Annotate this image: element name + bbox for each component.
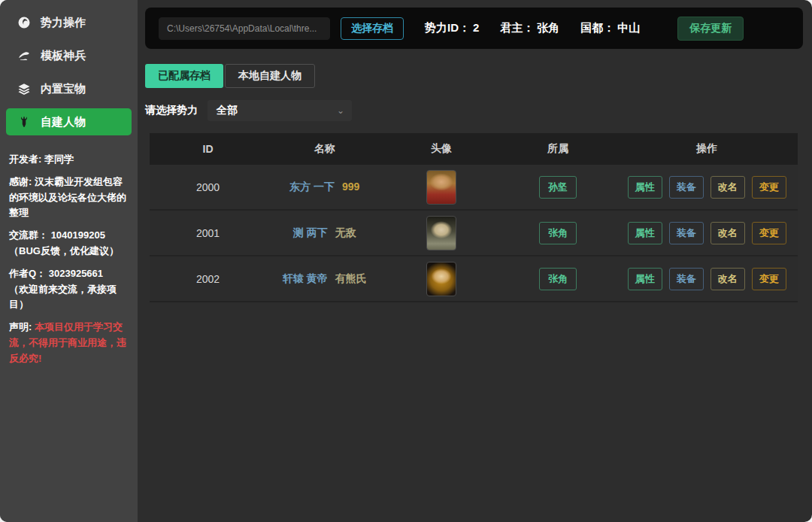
row-id: 2000: [150, 181, 266, 193]
attributes-button[interactable]: 属性: [628, 268, 662, 290]
sidebar-info: 开发者: 李同学 感谢: 汉末霸业开发组包容的环境以及论坛各位大佬的整理 交流群…: [0, 141, 138, 367]
developer-name: 李同学: [44, 153, 74, 165]
qq-group-number: 1040199205: [51, 229, 105, 241]
table-row: 2000 东方 一下999 孙坚 属性 装备 改名 变更: [150, 165, 798, 211]
tab-local-custom-characters[interactable]: 本地自建人物: [225, 64, 315, 88]
chevron-down-icon: ⌄: [337, 105, 344, 116]
sidebar-item-label: 内置宝物: [41, 82, 86, 96]
author-line: 作者Q： 3023925661 （欢迎前来交流，承接项目）: [9, 266, 129, 313]
row-id: 2001: [150, 227, 266, 239]
thanks-label: 感谢:: [9, 176, 32, 187]
equipment-button[interactable]: 装备: [669, 268, 704, 290]
tabs: 已配属存档 本地自建人物: [145, 64, 812, 88]
equipment-button[interactable]: 装备: [669, 176, 704, 199]
capital-value: 中山: [617, 21, 640, 34]
row-faction-cell: 张角: [499, 222, 616, 244]
sidebar-item-label: 模板神兵: [41, 49, 86, 63]
choose-save-button[interactable]: 选择存档: [341, 17, 404, 40]
row-actions: 属性 装备 改名 变更: [617, 268, 798, 290]
row-name: 轩辕 黄帝有熊氏: [266, 272, 383, 286]
disclaimer-label: 声明:: [9, 321, 32, 332]
developer-label: 开发者:: [9, 153, 41, 165]
faction-tag: 孙坚: [539, 176, 577, 199]
faction-filter-row: 请选择势力 全部 ⌄: [145, 100, 812, 121]
row-avatar-cell: [383, 170, 499, 205]
builtin-treasure-icon: [17, 81, 32, 96]
faction-id-value: 2: [473, 21, 479, 34]
template-weapon-icon: [17, 48, 32, 63]
avatar: [426, 170, 456, 205]
row-avatar-cell: [383, 262, 499, 296]
avatar: [426, 216, 456, 250]
sidebar-item-custom-character[interactable]: 自建人物: [6, 108, 132, 135]
row-faction-cell: 孙坚: [499, 176, 616, 199]
character-suffix: 999: [342, 181, 359, 193]
row-id: 2002: [150, 273, 266, 285]
row-actions: 属性 装备 改名 变更: [617, 176, 798, 199]
capital-label: 国都：中山: [580, 21, 640, 35]
sidebar-item-faction-ops[interactable]: 势力操作: [6, 9, 132, 36]
faction-filter-label: 请选择势力: [145, 104, 198, 117]
main-content: 选择存档 势力ID：2 君主：张角 国都：中山 保存更新 已配属存档 本地自建人…: [138, 0, 812, 522]
rename-button[interactable]: 改名: [710, 268, 745, 290]
qq-group-note: （BUG反馈，优化建议）: [9, 245, 119, 256]
faction-select-value: 全部: [217, 104, 238, 117]
qq-group-label: 交流群：: [9, 229, 48, 241]
disclaimer-line: 声明: 本项目仅用于学习交流，不得用于商业用途，违反必究!: [9, 320, 129, 366]
sidebar-item-template-weapon[interactable]: 模板神兵: [6, 42, 132, 69]
row-faction-cell: 张角: [499, 268, 616, 290]
table-header: ID 名称 头像 所属 操作: [150, 133, 798, 165]
avatar: [426, 262, 456, 296]
save-update-button[interactable]: 保存更新: [677, 17, 744, 41]
save-path-input[interactable]: [159, 17, 330, 40]
lord-label: 君主：张角: [500, 21, 559, 35]
col-header-actions: 操作: [617, 142, 798, 156]
custom-character-icon: [17, 114, 32, 129]
col-header-avatar: 头像: [383, 142, 499, 156]
col-header-id: ID: [150, 143, 266, 155]
thanks-line: 感谢: 汉末霸业开发组包容的环境以及论坛各位大佬的整理: [9, 175, 129, 221]
faction-ops-icon: [17, 15, 32, 30]
sidebar-item-builtin-treasure[interactable]: 内置宝物: [6, 75, 132, 102]
topbar: 选择存档 势力ID：2 君主：张角 国都：中山 保存更新: [145, 8, 803, 49]
sidebar-item-label: 自建人物: [41, 115, 86, 129]
qq-group-line: 交流群： 1040199205 （BUG反馈，优化建议）: [9, 228, 129, 259]
author-label: 作者Q：: [9, 268, 46, 279]
character-suffix: 无敌: [335, 226, 356, 238]
character-name: 东方 一下: [289, 181, 335, 193]
sidebar-menu: 势力操作 模板神兵 内置宝物 自建人物: [0, 9, 138, 135]
rename-button[interactable]: 改名: [710, 176, 745, 199]
change-button[interactable]: 变更: [752, 176, 786, 199]
author-qq: 3023925661: [49, 268, 103, 279]
sidebar-item-label: 势力操作: [41, 16, 86, 30]
faction-id-caption: 势力ID：: [425, 21, 470, 34]
character-name: 测 两下: [293, 226, 328, 238]
col-header-faction: 所属: [499, 142, 616, 156]
rename-button[interactable]: 改名: [710, 222, 745, 244]
table-row: 2001 测 两下无敌 张角 属性 装备 改名 变更: [150, 211, 798, 256]
characters-table: ID 名称 头像 所属 操作 2000 东方 一下999 孙坚 属性: [150, 133, 798, 302]
row-name: 东方 一下999: [266, 180, 383, 194]
faction-tag: 张角: [539, 222, 577, 244]
change-button[interactable]: 变更: [752, 222, 786, 244]
equipment-button[interactable]: 装备: [669, 222, 704, 244]
tab-assigned-save[interactable]: 已配属存档: [145, 64, 223, 88]
lord-value: 张角: [537, 21, 559, 34]
attributes-button[interactable]: 属性: [628, 222, 662, 244]
row-name: 测 两下无敌: [266, 226, 383, 240]
attributes-button[interactable]: 属性: [628, 176, 662, 199]
row-actions: 属性 装备 改名 变更: [617, 222, 798, 244]
author-note: （欢迎前来交流，承接项目）: [9, 284, 117, 311]
table-row: 2002 轩辕 黄帝有熊氏 张角 属性 装备 改名 变更: [150, 256, 798, 302]
faction-id-label: 势力ID：2: [425, 21, 479, 35]
sidebar: 势力操作 模板神兵 内置宝物 自建人物: [0, 0, 138, 522]
lord-caption: 君主：: [500, 21, 534, 34]
app-window: 势力操作 模板神兵 内置宝物 自建人物: [0, 0, 812, 522]
col-header-name: 名称: [266, 142, 383, 156]
character-suffix: 有熊氏: [335, 272, 367, 284]
character-name: 轩辕 黄帝: [283, 272, 328, 284]
row-avatar-cell: [383, 216, 499, 250]
change-button[interactable]: 变更: [752, 268, 786, 290]
capital-caption: 国都：: [580, 21, 614, 34]
faction-select[interactable]: 全部 ⌄: [208, 100, 352, 121]
